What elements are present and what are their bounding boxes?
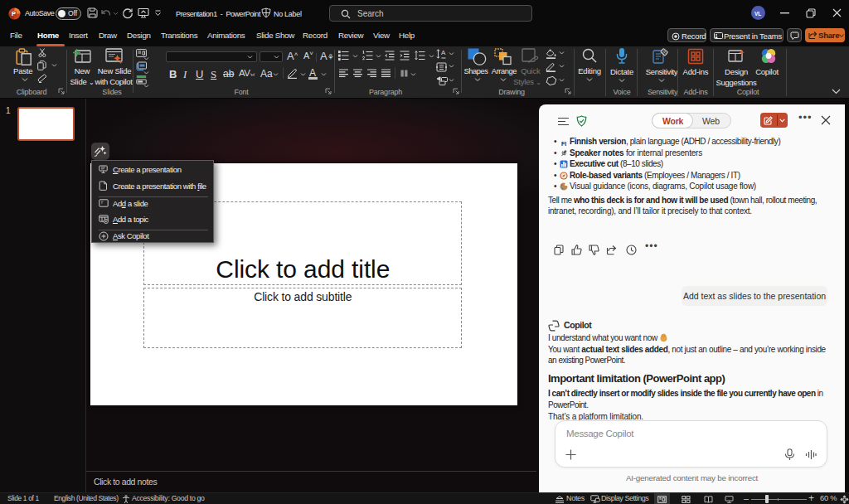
svg-text:P: P (12, 10, 16, 17)
svg-text:A: A (441, 49, 446, 56)
